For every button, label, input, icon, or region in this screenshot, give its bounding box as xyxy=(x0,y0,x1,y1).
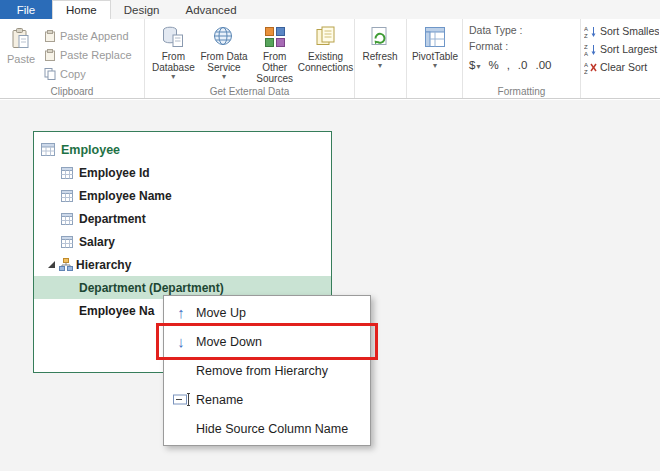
database-icon xyxy=(161,25,185,49)
field-row-department[interactable]: Department xyxy=(34,207,331,230)
field-row-employee-name[interactable]: Employee Name xyxy=(34,184,331,207)
field-label: Employee Id xyxy=(79,166,150,180)
thousands-separator-button[interactable]: , xyxy=(507,59,510,71)
sort-largest-label: Sort Largest xyxy=(600,43,657,55)
paste-icon xyxy=(9,27,33,51)
tab-advanced[interactable]: Advanced xyxy=(173,0,250,19)
hierarchy-row[interactable]: Hierarchy xyxy=(34,253,331,276)
clipboard-icon xyxy=(44,49,56,61)
format-label: Format : xyxy=(466,38,577,54)
field-label: Employee Name xyxy=(79,189,172,203)
decrease-decimal-button[interactable]: .00 xyxy=(535,59,551,71)
percent-symbol: % xyxy=(488,59,498,71)
copy-label: Copy xyxy=(60,68,86,80)
svg-text:Z: Z xyxy=(584,44,588,50)
paste-button[interactable]: Paste xyxy=(3,22,39,81)
ribbon-tab-bar: File Home Design Advanced xyxy=(0,0,660,19)
svg-text:A: A xyxy=(584,26,588,32)
existing-connections-label-line2: Connections xyxy=(298,62,354,73)
refresh-button[interactable]: Refresh xyxy=(358,22,402,69)
field-row-salary[interactable]: Salary xyxy=(34,230,331,253)
tab-file[interactable]: File xyxy=(0,0,52,19)
menu-item-label: Remove from Hierarchy xyxy=(196,364,328,378)
from-database-button[interactable]: From Database xyxy=(148,22,199,84)
sort-za-icon: ZA xyxy=(584,43,597,56)
clipboard-icon xyxy=(44,30,56,42)
svg-text:A: A xyxy=(584,62,588,68)
hierarchy-icon xyxy=(59,258,73,271)
sort-smallest-button[interactable]: AZ Sort Smalles xyxy=(584,22,659,40)
column-icon xyxy=(61,213,73,225)
menu-item-rename[interactable]: Rename xyxy=(166,385,368,414)
menu-item-move-down[interactable]: Move Down xyxy=(166,327,368,356)
hierarchy-child-label: Department (Department) xyxy=(79,281,224,295)
dropdown-caret-icon xyxy=(171,73,175,80)
paste-append-button[interactable]: Paste Append xyxy=(44,28,132,43)
comma-symbol: , xyxy=(507,59,510,71)
dropdown-caret-icon xyxy=(476,59,480,71)
menu-item-label: Rename xyxy=(196,393,243,407)
table-title: Employee xyxy=(61,143,120,157)
column-icon xyxy=(61,236,73,248)
sort-az-icon: AZ xyxy=(584,25,597,38)
percent-format-button[interactable]: % xyxy=(488,59,498,71)
pivottable-button[interactable]: PivotTable xyxy=(410,22,460,69)
column-icon xyxy=(61,167,73,179)
dropdown-caret-icon xyxy=(378,62,382,69)
clear-sort-button[interactable]: AZ Clear Sort xyxy=(584,58,659,76)
menu-item-move-up[interactable]: Move Up xyxy=(166,298,368,327)
get-external-data-group-label: Get External Data xyxy=(145,85,354,98)
field-row-employee-id[interactable]: Employee Id xyxy=(34,161,331,184)
workspace: Employee Employee Id Employee Name Depar… xyxy=(0,100,660,471)
from-other-sources-label-line1: From Other xyxy=(249,51,300,73)
from-data-service-label-line1: From Data xyxy=(200,51,247,62)
from-other-sources-button[interactable]: From Other Sources xyxy=(249,22,300,84)
table-header-row[interactable]: Employee xyxy=(34,138,331,161)
globe-icon xyxy=(212,25,236,49)
paste-replace-button[interactable]: Paste Replace xyxy=(44,47,132,62)
existing-connections-button[interactable]: Existing Connections xyxy=(300,22,351,84)
powerpivot-window: File Home Design Advanced Paste xyxy=(0,0,660,471)
context-menu: Move Up Move Down Remove from Hierarchy … xyxy=(163,295,371,446)
currency-format-button[interactable]: $ xyxy=(469,59,480,71)
move-down-icon xyxy=(166,334,196,349)
menu-item-label: Hide Source Column Name xyxy=(196,422,348,436)
tab-home[interactable]: Home xyxy=(52,0,111,19)
sort-largest-button[interactable]: ZA Sort Largest xyxy=(584,40,659,58)
pivottable-icon xyxy=(423,25,447,49)
clipboard-group: Paste Paste Append Paste Replace xyxy=(0,19,145,98)
svg-text:Z: Z xyxy=(584,69,588,74)
paste-label: Paste xyxy=(7,53,35,65)
existing-connections-label-line1: Existing xyxy=(308,51,343,62)
expand-triangle-icon[interactable] xyxy=(47,260,56,269)
column-icon xyxy=(61,190,73,202)
sort-group: AZ Sort Smalles ZA Sort Largest AZ Clear… xyxy=(581,19,660,98)
dropdown-caret-icon xyxy=(222,73,226,80)
from-other-sources-label-line2: Sources xyxy=(256,73,293,84)
pivottable-group: PivotTable xyxy=(407,19,463,98)
sort-smallest-label: Sort Smalles xyxy=(600,25,659,37)
svg-text:Z: Z xyxy=(584,33,588,38)
menu-item-hide-source-column-name[interactable]: Hide Source Column Name xyxy=(166,414,368,443)
menu-item-label: Move Up xyxy=(196,306,246,320)
data-type-label: Data Type : xyxy=(466,22,577,38)
tab-design[interactable]: Design xyxy=(111,0,173,19)
clear-sort-label: Clear Sort xyxy=(600,61,647,73)
increase-decimal-icon: .0 xyxy=(518,59,528,71)
increase-decimal-button[interactable]: .0 xyxy=(518,59,528,71)
menu-item-label: Move Down xyxy=(196,335,262,349)
rename-icon xyxy=(166,393,196,406)
dropdown-caret-icon xyxy=(433,62,437,69)
field-label: Salary xyxy=(79,235,115,249)
paste-replace-label: Paste Replace xyxy=(60,49,132,61)
from-data-service-button[interactable]: From Data Service xyxy=(199,22,250,84)
refresh-group: Refresh xyxy=(355,19,407,98)
menu-item-remove-from-hierarchy[interactable]: Remove from Hierarchy xyxy=(166,356,368,385)
decrease-decimal-icon: .00 xyxy=(535,59,551,71)
svg-text:A: A xyxy=(584,51,588,56)
ribbon: Paste Paste Append Paste Replace xyxy=(0,19,660,99)
sources-grid-icon xyxy=(263,25,287,49)
table-icon xyxy=(41,143,55,156)
formatting-group: Data Type : Format : $ % , .0 .00 Format… xyxy=(463,19,581,98)
copy-button[interactable]: Copy xyxy=(44,66,132,81)
